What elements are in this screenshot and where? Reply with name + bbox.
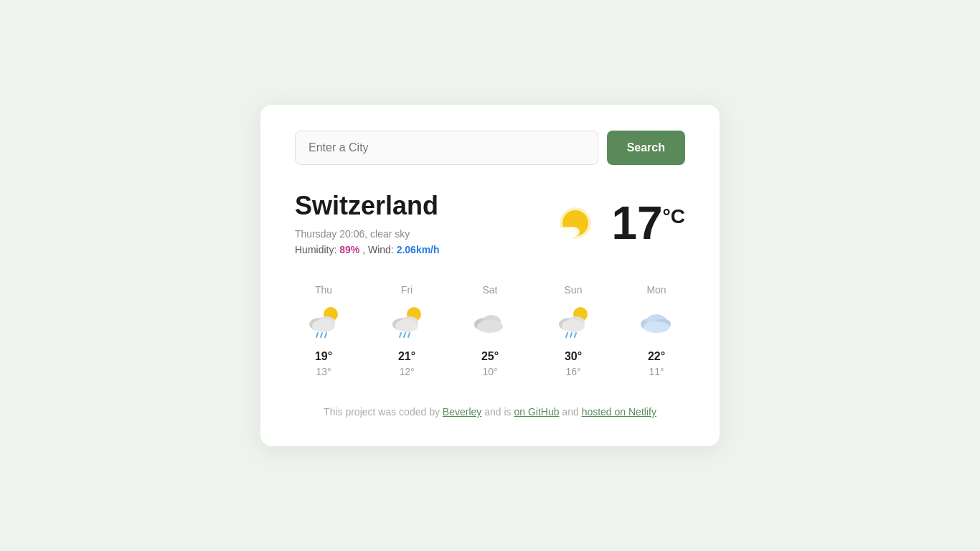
city-name: Switzerland	[295, 191, 440, 221]
forecast-day-fri: Fri 21° 12°	[378, 284, 435, 377]
humidity-value: 89%	[339, 244, 359, 255]
footer-netlify-link[interactable]: hosted on Netlify	[582, 406, 656, 418]
svg-point-3	[565, 227, 580, 237]
search-button[interactable]: Search	[607, 131, 685, 165]
svg-line-26	[570, 333, 572, 337]
temp-high-thu: 19°	[315, 350, 332, 363]
day-label-mon: Mon	[646, 284, 666, 296]
day-label-fri: Fri	[401, 284, 413, 296]
temp-low-thu: 13°	[316, 366, 331, 377]
forecast-icon-thu	[303, 303, 344, 343]
forecast-day-mon: Mon 22° 11°	[628, 284, 685, 377]
temp-high-sun: 30°	[565, 350, 582, 363]
temp-high-fri: 21°	[398, 350, 415, 363]
temp-low-sun: 16°	[565, 366, 580, 377]
forecast-icon-mon	[636, 303, 677, 343]
temp-high-mon: 22°	[648, 350, 665, 363]
current-weather: Switzerland Thursday 20:06, clear sky Hu…	[295, 191, 685, 255]
forecast-icon-sun	[553, 303, 593, 343]
temp-low-sat: 10°	[482, 366, 497, 377]
day-label-sun: Sun	[565, 284, 583, 296]
humidity-label: Humidity:	[295, 244, 336, 255]
footer-text-end: and	[559, 406, 581, 418]
current-weather-icon	[552, 200, 598, 246]
svg-line-8	[316, 333, 318, 337]
day-label-thu: Thu	[315, 284, 332, 296]
forecast-row: Thu 19° 13° Fri	[295, 284, 685, 377]
current-description: Thursday 20:06, clear sky	[295, 228, 440, 240]
forecast-icon-fri	[387, 303, 427, 343]
svg-point-14	[395, 319, 418, 332]
svg-line-16	[404, 333, 405, 337]
svg-point-24	[562, 319, 585, 332]
wind-separator: ,	[362, 244, 368, 255]
footer: This project was coded by Beverley and i…	[295, 406, 685, 418]
svg-point-31	[644, 321, 669, 333]
svg-point-20	[477, 320, 503, 333]
svg-line-10	[325, 333, 326, 337]
wind-label: Wind:	[368, 244, 394, 255]
footer-text-mid: and is	[481, 406, 514, 418]
temp-high-sat: 25°	[481, 350, 499, 363]
svg-line-27	[575, 333, 576, 337]
footer-github-link[interactable]: on GitHub	[514, 406, 559, 418]
forecast-day-sat: Sat 25° 10°	[461, 284, 519, 377]
current-info: Switzerland Thursday 20:06, clear sky Hu…	[295, 191, 440, 255]
day-label-sat: Sat	[482, 284, 497, 296]
search-row: Search	[295, 131, 685, 165]
wind-value: 2.06km/h	[397, 244, 440, 255]
forecast-day-thu: Thu 19° 13°	[295, 284, 352, 377]
footer-author-link[interactable]: Beverley	[443, 406, 481, 418]
footer-text-prefix: This project was coded by	[324, 406, 443, 418]
current-stats: Humidity: 89% , Wind: 2.06km/h	[295, 244, 440, 255]
svg-line-17	[408, 333, 410, 337]
svg-line-25	[566, 333, 567, 337]
current-temperature: 17°C	[611, 200, 685, 246]
temp-low-mon: 11°	[649, 366, 664, 377]
forecast-icon-sat	[470, 303, 510, 343]
svg-line-9	[321, 333, 322, 337]
svg-point-7	[312, 319, 335, 332]
temp-low-fri: 12°	[399, 366, 414, 377]
current-temp-display: 17°C	[552, 200, 685, 246]
weather-card: Search Switzerland Thursday 20:06, clear…	[260, 105, 720, 446]
svg-line-15	[400, 333, 401, 337]
search-input[interactable]	[295, 131, 598, 165]
forecast-day-sun: Sun 30° 16°	[545, 284, 602, 377]
